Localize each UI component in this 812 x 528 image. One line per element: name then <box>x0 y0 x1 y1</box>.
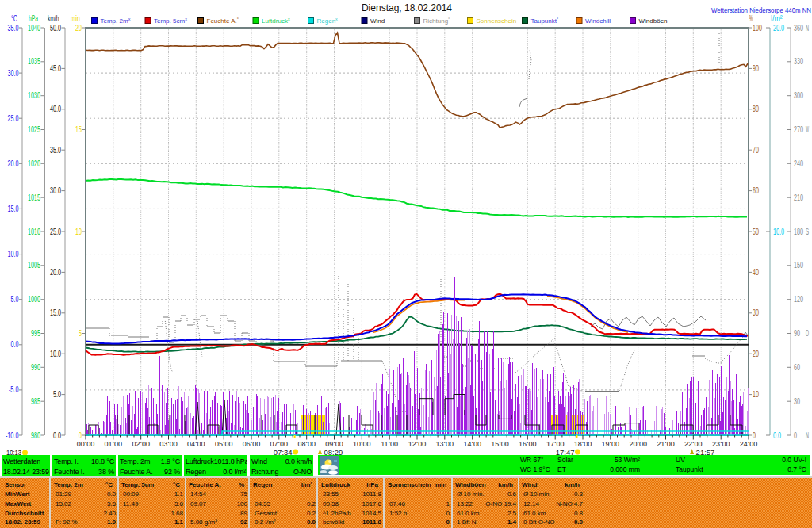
svg-text:270: 270 <box>794 124 803 134</box>
svg-text:13:00: 13:00 <box>436 440 454 448</box>
svg-text:02:00: 02:00 <box>132 440 150 448</box>
svg-text:20.0: 20.0 <box>8 159 19 168</box>
svg-text:330: 330 <box>794 56 803 66</box>
svg-text:35.0: 35.0 <box>50 145 61 155</box>
svg-text:11:00: 11:00 <box>381 440 398 448</box>
svg-text:Luftdruckx: Luftdruckx <box>262 17 290 25</box>
svg-text:°C: °C <box>11 13 17 23</box>
svg-text:30.0: 30.0 <box>50 186 61 195</box>
svg-text:15: 15 <box>75 124 82 134</box>
svg-text:20:00: 20:00 <box>629 440 647 448</box>
svg-text:17:00: 17:00 <box>546 440 565 448</box>
svg-text:980: 980 <box>31 430 40 440</box>
svg-text:W: W <box>806 124 809 134</box>
svg-text:00:00: 00:00 <box>77 440 95 448</box>
svg-text:10:00: 10:00 <box>353 440 371 448</box>
svg-text:20.0: 20.0 <box>773 23 784 33</box>
svg-text:Wetterstation Niedersorpe 440m: Wetterstation Niedersorpe 440m NN <box>711 6 811 14</box>
svg-text:Richtung°: Richtung° <box>423 17 450 25</box>
svg-text:5.0: 5.0 <box>53 389 61 399</box>
svg-text:N: N <box>806 430 809 440</box>
svg-text:S: S <box>806 227 809 236</box>
svg-text:N: N <box>806 23 809 33</box>
svg-text:50.0: 50.0 <box>50 23 61 33</box>
svg-text:1025: 1025 <box>28 124 40 134</box>
svg-text:Dienstag, 18.02.2014: Dienstag, 18.02.2014 <box>362 2 452 13</box>
svg-text:1020: 1020 <box>28 159 40 168</box>
svg-text:25.0: 25.0 <box>50 227 61 236</box>
svg-text:35.0: 35.0 <box>8 23 19 33</box>
svg-text:30.0: 30.0 <box>8 68 19 78</box>
svg-text:04:00: 04:00 <box>187 440 205 448</box>
svg-text:30: 30 <box>753 308 759 317</box>
svg-text:240: 240 <box>794 159 803 168</box>
svg-text:0.0: 0.0 <box>11 339 19 349</box>
svg-text:1035: 1035 <box>28 56 40 66</box>
svg-text:985: 985 <box>31 396 40 406</box>
svg-text:100: 100 <box>753 23 762 33</box>
svg-text:210: 210 <box>794 193 803 202</box>
svg-text:19:00: 19:00 <box>602 440 620 448</box>
svg-text:60: 60 <box>753 186 759 195</box>
svg-text:5: 5 <box>79 328 82 338</box>
svg-text:Wind: Wind <box>370 17 385 25</box>
svg-text:1040: 1040 <box>28 23 40 33</box>
svg-text:10: 10 <box>75 227 82 236</box>
svg-text:15.0: 15.0 <box>8 204 19 213</box>
svg-text:01:00: 01:00 <box>105 440 123 448</box>
svg-text:Temp. 2mx: Temp. 2mx <box>101 17 131 25</box>
svg-text:10.0: 10.0 <box>773 227 784 236</box>
svg-text:20: 20 <box>75 23 82 33</box>
svg-text:360: 360 <box>794 23 803 33</box>
svg-text:25.0: 25.0 <box>8 113 19 123</box>
svg-text:15:00: 15:00 <box>491 440 509 448</box>
svg-text:05:00: 05:00 <box>215 440 233 448</box>
svg-text:20: 20 <box>753 349 759 358</box>
svg-text:min: min <box>71 13 80 23</box>
svg-text:45.0: 45.0 <box>50 63 61 73</box>
svg-text:07:00: 07:00 <box>270 440 289 448</box>
svg-text:5.0: 5.0 <box>11 294 19 304</box>
svg-text:1010: 1010 <box>28 227 40 236</box>
svg-text:20.0: 20.0 <box>50 267 61 277</box>
svg-text:24:00: 24:00 <box>740 440 758 448</box>
svg-text:40: 40 <box>753 267 759 277</box>
svg-text:16:00: 16:00 <box>519 440 537 448</box>
svg-text:0: 0 <box>753 430 756 440</box>
svg-text:12:00: 12:00 <box>408 440 427 448</box>
svg-text:0.0: 0.0 <box>773 430 781 440</box>
svg-text:km/h: km/h <box>48 13 59 23</box>
svg-text:0.0: 0.0 <box>53 430 61 440</box>
svg-text:995: 995 <box>31 328 40 338</box>
svg-text:O: O <box>806 328 809 338</box>
svg-text:hPa: hPa <box>29 13 38 23</box>
svg-text:23:00: 23:00 <box>712 440 730 448</box>
svg-text:l/m²: l/m² <box>771 13 783 23</box>
svg-text:120: 120 <box>794 294 803 304</box>
svg-text:1005: 1005 <box>28 260 40 270</box>
svg-text:14:00: 14:00 <box>463 440 481 448</box>
svg-text:%: % <box>749 13 753 23</box>
svg-text:10.0: 10.0 <box>50 349 61 358</box>
svg-text:21:00: 21:00 <box>657 440 675 448</box>
svg-text:990: 990 <box>31 362 40 372</box>
svg-text:06:00: 06:00 <box>243 440 261 448</box>
svg-text:1015: 1015 <box>28 193 40 202</box>
svg-text:80: 80 <box>753 104 759 113</box>
svg-text:1030: 1030 <box>28 90 40 100</box>
svg-text:30: 30 <box>794 396 800 406</box>
svg-text:10: 10 <box>753 389 759 399</box>
svg-text:-10.0: -10.0 <box>6 430 19 440</box>
svg-text:60: 60 <box>794 362 800 372</box>
svg-text:Taupunkt°: Taupunkt° <box>531 17 559 25</box>
svg-text:22:00: 22:00 <box>684 440 703 448</box>
svg-text:Windböen: Windböen <box>639 17 668 25</box>
svg-text:Sonnenschein: Sonnenschein <box>477 17 517 25</box>
svg-text:10.0: 10.0 <box>8 249 19 258</box>
svg-text:09:00: 09:00 <box>325 440 343 448</box>
svg-text:Windchill: Windchill <box>585 17 611 25</box>
svg-text:300: 300 <box>794 90 803 100</box>
svg-text:03:00: 03:00 <box>159 440 178 448</box>
svg-text:18:00: 18:00 <box>574 440 592 448</box>
svg-text:90: 90 <box>794 328 800 338</box>
